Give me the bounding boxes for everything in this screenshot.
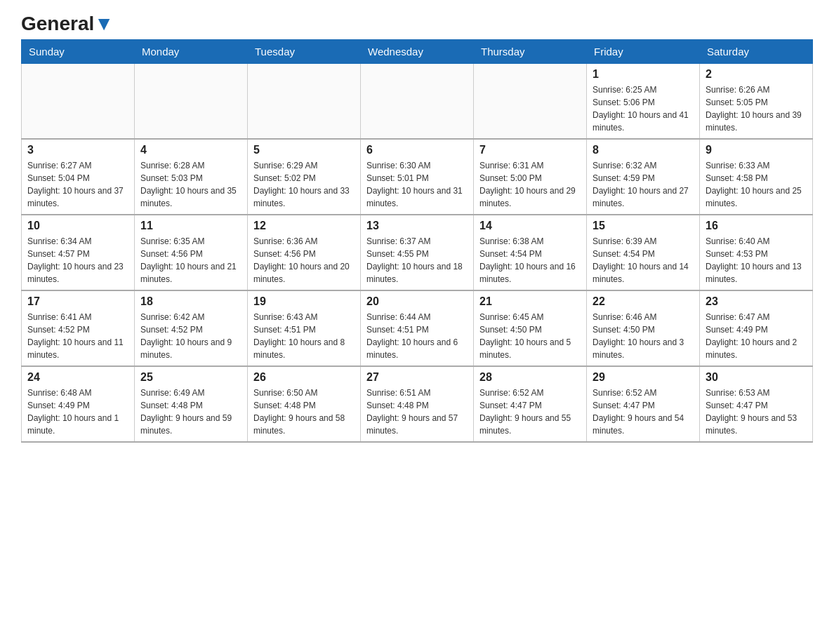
day-number: 2: [706, 68, 807, 81]
day-number: 13: [366, 220, 468, 232]
calendar-cell: 21Sunrise: 6:45 AM Sunset: 4:50 PM Dayli…: [474, 290, 587, 366]
day-info: Sunrise: 6:47 AM Sunset: 4:49 PM Dayligh…: [706, 311, 807, 361]
calendar-cell: 23Sunrise: 6:47 AM Sunset: 4:49 PM Dayli…: [700, 290, 813, 366]
calendar-cell: 25Sunrise: 6:49 AM Sunset: 4:48 PM Dayli…: [135, 366, 248, 442]
calendar-table: SundayMondayTuesdayWednesdayThursdayFrid…: [21, 39, 813, 443]
day-number: 22: [593, 295, 694, 308]
calendar-cell: 20Sunrise: 6:44 AM Sunset: 4:51 PM Dayli…: [361, 290, 474, 366]
logo-text: General▼: [21, 14, 114, 34]
day-info: Sunrise: 6:40 AM Sunset: 4:53 PM Dayligh…: [706, 235, 807, 286]
day-number: 8: [593, 144, 694, 156]
day-info: Sunrise: 6:52 AM Sunset: 4:47 PM Dayligh…: [479, 387, 581, 437]
day-info: Sunrise: 6:45 AM Sunset: 4:50 PM Dayligh…: [479, 311, 581, 361]
day-info: Sunrise: 6:48 AM Sunset: 4:49 PM Dayligh…: [27, 387, 128, 437]
day-info: Sunrise: 6:35 AM Sunset: 4:56 PM Dayligh…: [140, 235, 241, 286]
day-info: Sunrise: 6:26 AM Sunset: 5:05 PM Dayligh…: [706, 83, 807, 134]
weekday-header-saturday: Saturday: [700, 40, 813, 64]
day-number: 17: [27, 295, 128, 308]
day-info: Sunrise: 6:50 AM Sunset: 4:48 PM Dayligh…: [253, 387, 355, 437]
day-info: Sunrise: 6:42 AM Sunset: 4:52 PM Dayligh…: [140, 311, 241, 361]
calendar-cell: 2Sunrise: 6:26 AM Sunset: 5:05 PM Daylig…: [700, 64, 813, 140]
calendar-cell: 28Sunrise: 6:52 AM Sunset: 4:47 PM Dayli…: [474, 366, 587, 442]
day-number: 6: [366, 144, 468, 156]
day-number: 3: [27, 144, 128, 156]
calendar-cell: 30Sunrise: 6:53 AM Sunset: 4:47 PM Dayli…: [700, 366, 813, 442]
calendar-cell: 10Sunrise: 6:34 AM Sunset: 4:57 PM Dayli…: [22, 215, 135, 290]
calendar-cell: 15Sunrise: 6:39 AM Sunset: 4:54 PM Dayli…: [587, 215, 700, 290]
calendar-cell: [361, 64, 474, 140]
day-number: 26: [253, 371, 355, 384]
day-info: Sunrise: 6:37 AM Sunset: 4:55 PM Dayligh…: [366, 235, 468, 286]
day-info: Sunrise: 6:39 AM Sunset: 4:54 PM Dayligh…: [593, 235, 694, 286]
calendar-cell: 16Sunrise: 6:40 AM Sunset: 4:53 PM Dayli…: [700, 215, 813, 290]
day-info: Sunrise: 6:41 AM Sunset: 4:52 PM Dayligh…: [27, 311, 128, 361]
day-number: 12: [253, 220, 355, 232]
day-info: Sunrise: 6:30 AM Sunset: 5:01 PM Dayligh…: [366, 159, 468, 210]
day-info: Sunrise: 6:44 AM Sunset: 4:51 PM Dayligh…: [366, 311, 468, 361]
calendar-cell: 24Sunrise: 6:48 AM Sunset: 4:49 PM Dayli…: [22, 366, 135, 442]
calendar-week-row: 17Sunrise: 6:41 AM Sunset: 4:52 PM Dayli…: [22, 290, 813, 366]
day-number: 27: [366, 371, 468, 384]
day-number: 1: [593, 68, 694, 81]
weekday-header-friday: Friday: [587, 40, 700, 64]
calendar-cell: 18Sunrise: 6:42 AM Sunset: 4:52 PM Dayli…: [135, 290, 248, 366]
calendar-week-row: 1Sunrise: 6:25 AM Sunset: 5:06 PM Daylig…: [22, 64, 813, 140]
day-info: Sunrise: 6:43 AM Sunset: 4:51 PM Dayligh…: [253, 311, 355, 361]
calendar-cell: 27Sunrise: 6:51 AM Sunset: 4:48 PM Dayli…: [361, 366, 474, 442]
calendar-week-row: 3Sunrise: 6:27 AM Sunset: 5:04 PM Daylig…: [22, 139, 813, 215]
day-number: 19: [253, 295, 355, 308]
day-number: 30: [706, 371, 807, 384]
day-info: Sunrise: 6:36 AM Sunset: 4:56 PM Dayligh…: [253, 235, 355, 286]
day-info: Sunrise: 6:46 AM Sunset: 4:50 PM Dayligh…: [593, 311, 694, 361]
day-number: 14: [479, 220, 581, 232]
day-info: Sunrise: 6:27 AM Sunset: 5:04 PM Dayligh…: [27, 159, 128, 210]
day-info: Sunrise: 6:28 AM Sunset: 5:03 PM Dayligh…: [140, 159, 241, 210]
calendar-cell: 29Sunrise: 6:52 AM Sunset: 4:47 PM Dayli…: [587, 366, 700, 442]
day-info: Sunrise: 6:49 AM Sunset: 4:48 PM Dayligh…: [140, 387, 241, 437]
calendar-cell: 9Sunrise: 6:33 AM Sunset: 4:58 PM Daylig…: [700, 139, 813, 215]
day-number: 7: [479, 144, 581, 156]
calendar-cell: 1Sunrise: 6:25 AM Sunset: 5:06 PM Daylig…: [587, 64, 700, 140]
day-number: 21: [479, 295, 581, 308]
calendar-cell: 7Sunrise: 6:31 AM Sunset: 5:00 PM Daylig…: [474, 139, 587, 215]
day-number: 10: [27, 220, 128, 232]
day-number: 25: [140, 371, 241, 384]
calendar-cell: 11Sunrise: 6:35 AM Sunset: 4:56 PM Dayli…: [135, 215, 248, 290]
calendar-week-row: 10Sunrise: 6:34 AM Sunset: 4:57 PM Dayli…: [22, 215, 813, 290]
calendar-week-row: 24Sunrise: 6:48 AM Sunset: 4:49 PM Dayli…: [22, 366, 813, 442]
day-info: Sunrise: 6:32 AM Sunset: 4:59 PM Dayligh…: [593, 159, 694, 210]
calendar-cell: 14Sunrise: 6:38 AM Sunset: 4:54 PM Dayli…: [474, 215, 587, 290]
day-info: Sunrise: 6:29 AM Sunset: 5:02 PM Dayligh…: [253, 159, 355, 210]
day-info: Sunrise: 6:25 AM Sunset: 5:06 PM Dayligh…: [593, 83, 694, 134]
day-info: Sunrise: 6:31 AM Sunset: 5:00 PM Dayligh…: [479, 159, 581, 210]
weekday-header-row: SundayMondayTuesdayWednesdayThursdayFrid…: [22, 40, 813, 64]
calendar-cell: 19Sunrise: 6:43 AM Sunset: 4:51 PM Dayli…: [248, 290, 361, 366]
weekday-header-thursday: Thursday: [474, 40, 587, 64]
day-number: 15: [593, 220, 694, 232]
calendar-cell: 8Sunrise: 6:32 AM Sunset: 4:59 PM Daylig…: [587, 139, 700, 215]
day-number: 24: [27, 371, 128, 384]
day-number: 18: [140, 295, 241, 308]
calendar-cell: 6Sunrise: 6:30 AM Sunset: 5:01 PM Daylig…: [361, 139, 474, 215]
day-info: Sunrise: 6:33 AM Sunset: 4:58 PM Dayligh…: [706, 159, 807, 210]
logo-triangle-icon: ▼: [94, 13, 114, 34]
page-header: General▼: [21, 14, 813, 32]
weekday-header-monday: Monday: [135, 40, 248, 64]
calendar-cell: [22, 64, 135, 140]
day-number: 23: [706, 295, 807, 308]
day-info: Sunrise: 6:52 AM Sunset: 4:47 PM Dayligh…: [593, 387, 694, 437]
calendar-cell: 26Sunrise: 6:50 AM Sunset: 4:48 PM Dayli…: [248, 366, 361, 442]
day-info: Sunrise: 6:38 AM Sunset: 4:54 PM Dayligh…: [479, 235, 581, 286]
calendar-cell: 3Sunrise: 6:27 AM Sunset: 5:04 PM Daylig…: [22, 139, 135, 215]
weekday-header-tuesday: Tuesday: [248, 40, 361, 64]
day-number: 4: [140, 144, 241, 156]
weekday-header-wednesday: Wednesday: [361, 40, 474, 64]
calendar-cell: 13Sunrise: 6:37 AM Sunset: 4:55 PM Dayli…: [361, 215, 474, 290]
day-number: 16: [706, 220, 807, 232]
calendar-cell: 22Sunrise: 6:46 AM Sunset: 4:50 PM Dayli…: [587, 290, 700, 366]
calendar-cell: 5Sunrise: 6:29 AM Sunset: 5:02 PM Daylig…: [248, 139, 361, 215]
day-number: 5: [253, 144, 355, 156]
calendar-cell: [135, 64, 248, 140]
day-number: 20: [366, 295, 468, 308]
calendar-cell: 17Sunrise: 6:41 AM Sunset: 4:52 PM Dayli…: [22, 290, 135, 366]
